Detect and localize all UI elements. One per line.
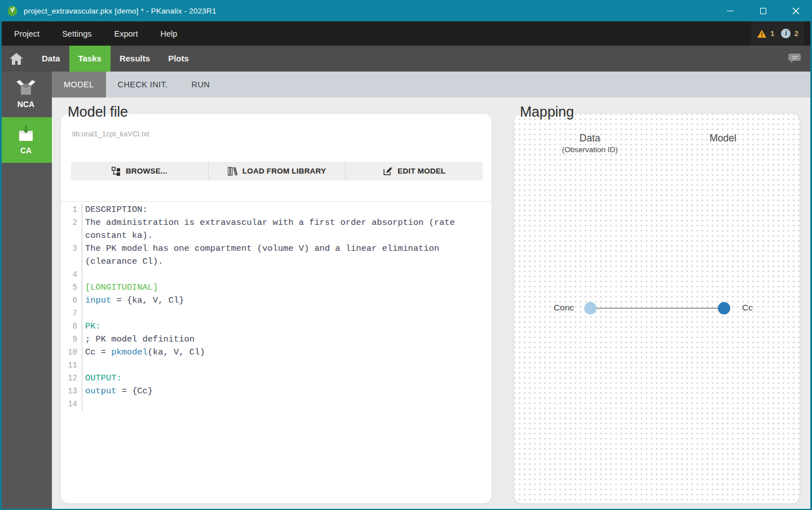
code-line: 13output = {Cc} [61,385,492,398]
minimize-button[interactable] [714,0,747,21]
code-line-text: input = {ka, V, Cl} [85,294,480,307]
warning-count: 1 [770,29,775,38]
data-header-label: Data [550,132,629,144]
library-books-icon [228,167,237,176]
sidebar-item-label: CA [20,146,32,155]
code-line: 10Cc = pkmodel(ka, V, Cl) [61,346,492,359]
window-title: project_extravascular.pkx [demo] * - PKa… [24,7,217,15]
info-icon: i [781,29,791,38]
mapping-model-label: Cc [742,303,753,313]
code-line-text [85,307,480,320]
tab-results[interactable]: Results [111,46,159,72]
code-line-text [85,359,480,372]
sidebar-item-nca[interactable]: NCA [0,72,52,117]
tab-plots[interactable]: Plots [159,46,198,72]
subtab-check-init[interactable]: CHECK INIT. [106,72,180,97]
info-count: 2 [794,29,798,38]
line-number: 14 [61,398,82,411]
mapping-row: Conc Cc [514,300,800,317]
code-line: 6input = {ka, V, Cl} [61,294,492,307]
notification-badges[interactable]: 1 i 2 [751,21,804,46]
subtab-run[interactable]: RUN [180,72,222,97]
subtab-model[interactable]: MODEL [52,72,106,97]
model-file-panel: lib:oral1_1cpt_kaVCl.txt BROWSE... [61,114,492,503]
mapping-endpoint-model[interactable] [718,302,730,314]
menu-bar: Project Settings Export Help 1 i 2 [0,21,812,46]
menu-export[interactable]: Export [114,29,138,38]
model-header-label: Model [683,132,762,144]
home-icon [10,53,23,65]
code-line: 9; PK model definition [61,333,492,346]
content-area: Model file Mapping lib:oral1_1cpt_kaVCl.… [52,97,812,510]
code-line: 2The administration is extravascular wit… [61,216,492,242]
browse-button-label: BROWSE... [126,167,167,175]
code-line-text: output = {Cc} [85,385,480,398]
menu-settings[interactable]: Settings [62,29,91,38]
maximize-icon [760,8,766,14]
model-button-row: BROWSE... LOAD FROM LIBRARY [71,162,483,180]
feedback-button[interactable] [788,46,802,72]
task-subtab-bar: MODEL CHECK INIT. RUN [52,72,812,97]
line-number: 4 [61,268,82,281]
app-window: project_extravascular.pkx [demo] * - PKa… [0,0,812,510]
edit-pencil-icon [383,167,392,176]
closed-box-icon [16,126,36,143]
browse-button[interactable]: BROWSE... [71,162,208,180]
mapping-connector-line [590,308,724,309]
sidebar-item-ca[interactable]: CA [0,117,52,163]
line-number: 8 [61,320,82,333]
line-number: 6 [61,294,82,307]
load-from-library-label: LOAD FROM LIBRARY [242,167,326,175]
code-line: 14 [61,398,492,411]
line-number: 7 [61,307,82,320]
line-number: 10 [61,346,82,359]
code-line: 5[LONGITUDINAL] [61,281,492,294]
code-line-text: OUTPUT: [85,372,480,385]
mapping-title: Mapping [520,104,574,120]
browse-tree-icon [112,167,121,176]
line-number: 11 [61,359,82,372]
mapping-data-header: Data (Observation ID) [550,132,629,154]
code-editor[interactable]: 1DESCRIPTION:2The administration is extr… [61,201,492,411]
menu-help[interactable]: Help [160,29,177,38]
data-subheader-label: (Observation ID) [550,145,629,154]
analysis-sidebar: NCA CA [0,72,52,510]
mapping-model-header: Model [683,132,762,144]
menu-project[interactable]: Project [14,29,39,38]
close-icon [792,7,800,15]
load-from-library-button[interactable]: LOAD FROM LIBRARY [208,162,346,180]
model-file-title: Model file [68,104,128,120]
code-line-text: PK: [85,320,480,333]
open-box-icon [15,80,37,97]
tab-data[interactable]: Data [33,46,69,72]
maximize-button[interactable] [747,0,779,21]
tab-tasks[interactable]: Tasks [69,46,111,72]
minimize-icon [727,11,734,11]
code-line-text: DESCRIPTION: [85,203,480,216]
mapping-endpoint-data[interactable] [584,302,597,314]
code-line-text: ; PK model definition [85,333,480,346]
code-line: 12OUTPUT: [61,372,492,385]
line-number: 9 [61,333,82,346]
main-tab-bar: Data Tasks Results Plots [0,46,812,72]
window-border [0,21,2,510]
mapping-data-label: Conc [537,303,574,313]
code-line-text: Cc = pkmodel(ka, V, Cl) [85,346,480,359]
line-number: 5 [61,281,82,294]
mapping-panel: Data (Observation ID) Model Conc Cc [514,114,800,503]
pkanalix-app-icon [7,5,18,16]
code-line-text [85,398,480,411]
model-library-path: lib:oral1_1cpt_kaVCl.txt [72,130,149,138]
close-button[interactable] [779,0,812,21]
line-number: 1 [61,203,82,216]
code-line: 1DESCRIPTION: [61,203,492,216]
title-bar: project_extravascular.pkx [demo] * - PKa… [0,0,812,21]
line-number: 3 [61,242,82,268]
line-number: 12 [61,372,82,385]
chat-bubble-icon [788,53,802,64]
sidebar-item-label: NCA [17,100,34,109]
edit-model-button[interactable]: EDIT MODEL [345,162,483,180]
code-line: 4 [61,268,492,281]
code-line: 7 [61,307,492,320]
home-button[interactable] [0,46,33,72]
